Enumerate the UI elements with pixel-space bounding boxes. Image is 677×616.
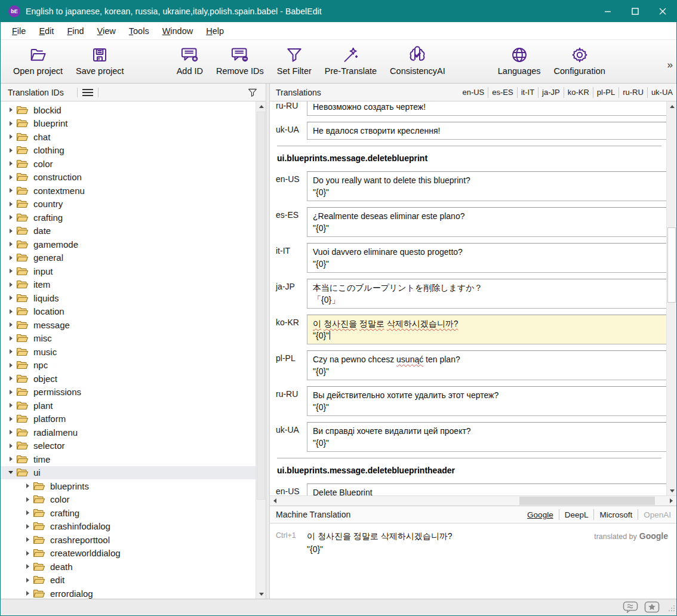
tree-item-createworlddialog[interactable]: createworlddialog [1, 547, 256, 560]
chevron-down-icon[interactable] [5, 471, 16, 474]
chevron-right-icon[interactable] [5, 336, 16, 341]
tree-item-item[interactable]: item [1, 278, 256, 292]
chevron-right-icon[interactable] [5, 269, 16, 273]
translation-field-uk-UA[interactable]: Ви справді хочете видалити цей проект?"{… [307, 422, 670, 452]
tree-item-edit[interactable]: edit [1, 574, 256, 587]
remove-ids-button[interactable]: Remove IDs [210, 45, 270, 76]
chevron-right-icon[interactable] [5, 295, 16, 300]
scroll-up-icon[interactable] [667, 101, 676, 111]
menu-edit[interactable]: Edit [32, 24, 60, 38]
chevron-right-icon[interactable] [5, 215, 16, 220]
scroll-right-icon[interactable] [666, 496, 676, 506]
tree-item-death[interactable]: death [1, 560, 256, 574]
tree-item-permissions[interactable]: permissions [1, 386, 256, 399]
tree-item-npc[interactable]: npc [1, 359, 256, 372]
scroll-up-icon[interactable] [256, 101, 266, 111]
chevron-right-icon[interactable] [5, 417, 16, 421]
menu-find[interactable]: Find [60, 24, 90, 38]
translation-field-pl-PL[interactable]: Czy na pewno chcesz usunąć ten plan?"{0}… [307, 350, 670, 380]
consistency-ai-button[interactable]: ConsistencyAI [383, 45, 452, 76]
lang-tab-ko-KR[interactable]: ko-KR [564, 88, 593, 97]
chevron-right-icon[interactable] [5, 255, 16, 260]
tree-item-crashreporttool[interactable]: crashreporttool [1, 533, 256, 547]
lang-tab-es-ES[interactable]: es-ES [488, 88, 516, 97]
translation-field-es-ES[interactable]: ¿Realmente deseas eliminar este plano?"{… [307, 207, 670, 237]
tree-item-color[interactable]: color [1, 157, 256, 171]
translations-scrollbar[interactable] [666, 101, 676, 495]
chevron-right-icon[interactable] [5, 148, 16, 153]
menu-help[interactable]: Help [199, 24, 230, 38]
provider-tab-deepl[interactable]: DeepL [559, 510, 594, 519]
maximize-button[interactable] [621, 1, 649, 22]
chevron-right-icon[interactable] [5, 430, 16, 435]
translations-hscrollbar[interactable] [270, 495, 676, 506]
tree-item-ui[interactable]: ui [1, 466, 256, 480]
tree-item-errordialog[interactable]: errordialog [1, 587, 256, 599]
chevron-right-icon[interactable] [5, 322, 16, 327]
feedback-icon[interactable] [623, 601, 638, 614]
scroll-down-icon[interactable] [256, 589, 266, 599]
tree-filter-icon[interactable] [247, 87, 258, 98]
tree-item-location[interactable]: location [1, 305, 256, 319]
tree-item-chat[interactable]: chat [1, 130, 256, 144]
configuration-button[interactable]: Configuration [547, 45, 612, 76]
add-id-button[interactable]: Add ID [170, 45, 210, 76]
chevron-right-icon[interactable] [5, 390, 16, 395]
translation-field-en-US[interactable]: Do you really want to delete this bluepr… [307, 171, 670, 201]
chevron-right-icon[interactable] [5, 134, 16, 139]
chevron-right-icon[interactable] [5, 242, 16, 247]
chevron-right-icon[interactable] [5, 202, 16, 207]
lang-tab-uk-UA[interactable]: uk-UA [648, 88, 676, 97]
chevron-right-icon[interactable] [5, 376, 16, 381]
tree-item-color[interactable]: color [1, 493, 256, 507]
tree-item-blueprint[interactable]: blueprint [1, 117, 256, 131]
set-filter-button[interactable]: Set Filter [270, 45, 318, 76]
chevron-right-icon[interactable] [5, 121, 16, 126]
lang-tab-it-IT[interactable]: it-IT [518, 88, 538, 97]
toolbar-overflow-icon[interactable]: » [667, 59, 673, 71]
tree-item-date[interactable]: date [1, 224, 256, 238]
hscroll-thumb[interactable] [519, 497, 654, 505]
provider-tab-google[interactable]: Google [522, 510, 559, 519]
lang-tab-pl-PL[interactable]: pl-PL [593, 88, 618, 97]
translation-field-ko-KR[interactable]: 이 청사진을 정말로 삭제하시겠습니까?"{0}" [307, 315, 670, 344]
chevron-right-icon[interactable] [22, 578, 33, 583]
tree-item-message[interactable]: message [1, 318, 256, 332]
menu-file[interactable]: File [5, 24, 32, 38]
chevron-right-icon[interactable] [5, 188, 16, 193]
chevron-right-icon[interactable] [5, 161, 16, 166]
tree-item-gamemode[interactable]: gamemode [1, 238, 256, 251]
chevron-right-icon[interactable] [22, 510, 33, 515]
tree-item-crafting[interactable]: crafting [1, 506, 256, 520]
resize-grip[interactable] [668, 603, 675, 614]
save-project-button[interactable]: Save project [69, 45, 131, 76]
translation-field-uk-UA[interactable]: Не вдалося створити креслення! [307, 122, 670, 140]
pre-translate-button[interactable]: Pre-Translate [318, 45, 383, 76]
tree-item-construction[interactable]: construction [1, 171, 256, 184]
translations-scroll-thumb[interactable] [667, 227, 676, 302]
tree-item-platform[interactable]: platform [1, 412, 256, 426]
chevron-right-icon[interactable] [5, 443, 16, 448]
tree-item-radialmenu[interactable]: radialmenu [1, 426, 256, 439]
tree-item-time[interactable]: time [1, 452, 256, 466]
tree-item-input[interactable]: input [1, 264, 256, 278]
provider-tab-openai[interactable]: OpenAI [638, 510, 676, 519]
translation-field-ru-RU[interactable]: Невозможно создать чертеж! [307, 101, 670, 116]
tree-item-general[interactable]: general [1, 251, 256, 265]
chevron-right-icon[interactable] [22, 551, 33, 556]
languages-button[interactable]: Languages [491, 45, 547, 76]
chevron-right-icon[interactable] [5, 175, 16, 180]
tree-item-blueprints[interactable]: blueprints [1, 479, 256, 493]
tree-item-country[interactable]: country [1, 198, 256, 211]
provider-tab-microsoft[interactable]: Microsoft [594, 510, 638, 519]
chevron-right-icon[interactable] [5, 363, 16, 368]
menu-tools[interactable]: Tools [122, 24, 156, 38]
tree-item-crafting[interactable]: crafting [1, 211, 256, 224]
lang-tab-en-US[interactable]: en-US [458, 88, 488, 97]
tree-item-music[interactable]: music [1, 345, 256, 359]
menu-view[interactable]: View [91, 24, 122, 38]
translation-field-it-IT[interactable]: Vuoi davvero eliminare questo progetto?"… [307, 243, 670, 273]
chevron-right-icon[interactable] [5, 457, 16, 461]
lang-tab-ru-RU[interactable]: ru-RU [619, 88, 647, 97]
tree-scroll-thumb[interactable] [257, 112, 265, 500]
